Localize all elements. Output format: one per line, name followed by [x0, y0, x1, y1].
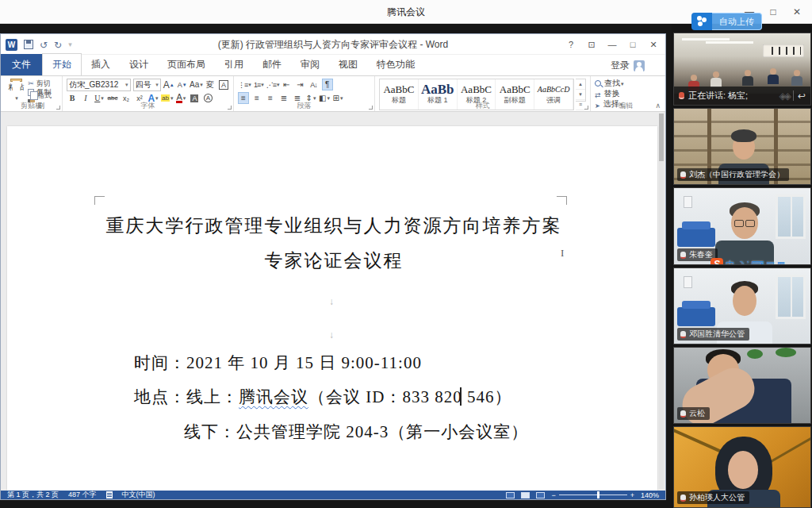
meeting-link[interactable]: 腾讯会议 [239, 387, 308, 406]
change-case-icon[interactable]: Aa [190, 79, 202, 90]
tab-references[interactable]: 引用 [215, 54, 253, 75]
replace-button[interactable]: 替换 [595, 88, 657, 98]
margin-cropmark-left [94, 196, 105, 205]
group-font: 仿宋_GB2312 四号 A▲ A▼ Aa [63, 76, 234, 111]
styles-scroll-up-icon[interactable]: ▴ [576, 79, 585, 90]
ime-toolbar[interactable]: S 中 [710, 258, 785, 265]
sort-icon[interactable]: A↓ [308, 79, 320, 90]
video-tile-participant[interactable]: 邓国胜清华公管 [673, 267, 811, 344]
video-tile-participant[interactable]: 云松 [673, 347, 811, 424]
zoom-thumb[interactable] [597, 491, 599, 498]
participant-nametag: 孙柏瑛人大公管 [677, 491, 749, 504]
video-tile-participant[interactable]: S 中 朱春奎 [673, 187, 811, 265]
web-layout-icon[interactable] [536, 492, 545, 498]
decrease-indent-icon[interactable]: ⇤ [282, 79, 293, 90]
shrink-font-icon[interactable]: A▼ [177, 79, 188, 90]
font-dialog-launcher-icon[interactable] [228, 106, 232, 110]
zoom-level[interactable]: 140% [641, 491, 659, 499]
participant-face [728, 451, 758, 489]
cut-button[interactable]: 剪切 [28, 79, 58, 87]
tab-insert[interactable]: 插入 [82, 54, 120, 75]
reply-arrow-icon[interactable] [798, 90, 806, 102]
participant-hair [731, 129, 756, 142]
ime-punct-icon[interactable] [747, 260, 749, 265]
paragraph-dialog-launcher-icon[interactable] [369, 106, 373, 110]
plant [776, 348, 796, 357]
language-indicator[interactable]: 中文(中国) [122, 490, 155, 500]
page-indicator[interactable]: 第 1 页，共 2 页 [7, 490, 59, 500]
paste-button[interactable]: 粘贴 [5, 79, 28, 102]
close-icon[interactable]: ✕ [785, 0, 809, 24]
help-icon[interactable]: ? [561, 40, 581, 49]
numbering-icon[interactable]: 1≡ [253, 79, 264, 90]
account-icon [634, 60, 645, 71]
phonetic-guide-icon[interactable] [205, 79, 216, 90]
font-family-combo[interactable]: 仿宋_GB2312 [67, 79, 131, 91]
sign-in[interactable]: 登录 [611, 59, 645, 72]
styles-scroll-down-icon[interactable]: ▾ [576, 90, 585, 100]
person-silhouette [791, 70, 802, 86]
bullets-icon[interactable]: ⋮≡ [238, 79, 251, 90]
ime-fullhalf-icon[interactable] [737, 260, 745, 266]
watermark-logo-icon [779, 90, 788, 102]
word-restore-icon[interactable]: □ [622, 40, 643, 49]
ime-toolbox-icon[interactable] [766, 260, 774, 266]
print-layout-icon[interactable] [521, 492, 530, 498]
glasses [734, 220, 755, 225]
ribbon-options-icon[interactable]: ⊡ [581, 40, 602, 50]
find-button[interactable]: 查找 [595, 78, 657, 88]
doc-scrollbar-thumb[interactable] [659, 114, 664, 161]
upload-button-label: 自动上传 [712, 13, 762, 30]
clipboard-dialog-launcher-icon[interactable] [56, 106, 60, 110]
doc-scrollbar[interactable] [659, 114, 664, 489]
increase-indent-icon[interactable]: ⇥ [295, 79, 306, 90]
tab-mailings[interactable]: 邮件 [253, 54, 291, 75]
document-canvas[interactable]: 重庆大学行政管理专业组织与人力资源方向培养方案 专家论证会议程 时间：2021 … [1, 112, 665, 491]
person-silhouette [742, 70, 753, 86]
word-minimize-icon[interactable]: — [602, 40, 622, 49]
multilevel-list-icon[interactable]: ⋰≡ [266, 79, 279, 90]
tab-design[interactable]: 设计 [120, 54, 158, 75]
window [776, 275, 806, 319]
zoom-slider[interactable] [551, 491, 634, 499]
window [776, 194, 806, 239]
ribbon-tab-bar: 文件 开始 插入 设计 页面布局 引用 邮件 审阅 视图 特色功能 登录 [1, 55, 665, 75]
zoom-in-icon[interactable] [630, 491, 634, 499]
tab-view[interactable]: 视图 [329, 54, 367, 75]
word-count[interactable]: 487 个字 [68, 490, 97, 500]
microphone-icon [679, 92, 684, 99]
microphone-icon [680, 410, 686, 418]
word-close-icon[interactable]: ✕ [643, 40, 664, 50]
maximize-icon[interactable]: □ [761, 0, 785, 24]
video-tile-participant[interactable]: 刘杰（中国行政管理学会） [673, 108, 811, 185]
character-border-icon[interactable] [218, 79, 229, 90]
tab-file[interactable]: 文件 [1, 54, 42, 75]
grow-font-icon[interactable]: A▲ [163, 79, 174, 90]
person-silhouette [710, 71, 722, 87]
tab-layout[interactable]: 页面布局 [158, 54, 215, 75]
group-styles: AaBbC 标题 AaBb 标题 1 AaBbC 标题 2 AaBbC [375, 76, 591, 111]
read-mode-icon[interactable] [506, 492, 515, 498]
zoom-out-icon[interactable] [551, 491, 555, 499]
paragraph-mark [329, 329, 334, 341]
font-group-label: 字体 [63, 101, 233, 111]
video-tile-conference-room[interactable]: 正在讲话: 杨宝; [673, 33, 811, 106]
font-size-combo[interactable]: 四号 [133, 79, 161, 91]
tab-special[interactable]: 特色功能 [367, 54, 424, 75]
ime-keyboard-icon[interactable] [751, 260, 764, 266]
screen: 腾讯会议 — □ ✕ ▾ (更新) 行政管理组织与人资方向专家评审会议程 - W… [0, 0, 812, 508]
show-marks-icon[interactable]: ¶ [322, 79, 333, 90]
collapse-ribbon-icon[interactable] [655, 102, 661, 110]
ime-language-icon[interactable]: 中 [726, 259, 734, 266]
copy-icon [28, 89, 34, 96]
styles-dialog-launcher-icon[interactable] [584, 106, 588, 110]
proofing-icon[interactable] [106, 491, 113, 498]
video-tile-participant[interactable]: 孙柏瑛人大公管 [673, 426, 811, 508]
ime-more-icon[interactable] [777, 260, 785, 266]
ime-logo-icon[interactable]: S [710, 258, 723, 265]
tab-home[interactable]: 开始 [42, 53, 82, 75]
speaking-banner: 正在讲话: 杨宝; [674, 87, 810, 105]
upload-button[interactable]: 自动上传 [691, 13, 762, 30]
tab-review[interactable]: 审阅 [291, 54, 329, 75]
wall-art [684, 276, 692, 288]
